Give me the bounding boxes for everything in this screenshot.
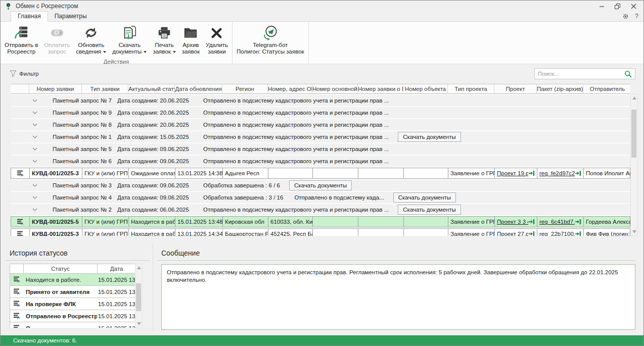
chevron-down-icon[interactable] [32, 184, 39, 187]
telegram-icon [261, 24, 279, 42]
scrollbar-thumb[interactable] [136, 283, 141, 311]
table-row-detail[interactable]: КУВД-001/2025-3ГКУ и (или) ГРПНаходится … [11, 228, 630, 236]
chevron-down-icon[interactable] [32, 147, 39, 151]
scrollbar-thumb[interactable] [631, 110, 636, 158]
history-column-status[interactable]: Статус [23, 264, 97, 274]
table-row-group[interactable]: Пакетный запрос № 1Дата создания: 15.05.… [11, 131, 630, 142]
settings-gear-icon[interactable] [622, 13, 629, 20]
main-table-scrollbar[interactable] [630, 94, 637, 236]
search-icon[interactable] [624, 70, 632, 78]
history-row[interactable]: На проверке ФЛК15.01.2025 13:44:2 [10, 298, 142, 310]
cell-gku-number [358, 229, 403, 236]
cell-region: Кировская обл [222, 217, 268, 227]
pay-request-button: Оплатитьзапрос [41, 22, 73, 57]
history-scrollbar[interactable] [135, 264, 142, 328]
table-row-detail[interactable]: КУВД-001/2025-3ГКУ и (или) ГРПОжидание о… [11, 168, 630, 179]
download-documents-row-button[interactable]: Скачать документы [398, 132, 461, 142]
tab-glavnaya[interactable]: Главная [11, 11, 48, 22]
filter-label: Фильтр [19, 71, 39, 77]
table-row-group[interactable]: Пакетный запрос № 4Дата создания: 09.06.… [11, 192, 630, 203]
link-export-icon[interactable] [575, 219, 581, 225]
chevron-down-icon[interactable] [32, 111, 39, 114]
project-link[interactable]: Проект 19.prf [497, 168, 528, 178]
print-requests-button[interactable]: Печатьзаявок [150, 22, 178, 57]
filter-toggle[interactable]: Фильтр [10, 70, 39, 77]
tab-parametry[interactable]: Параметры [48, 12, 94, 21]
scroll-up-icon[interactable] [137, 266, 141, 269]
column-header[interactable]: Пакет (zip-архив) [536, 84, 583, 93]
column-header[interactable]: Номер заявки о ГК [357, 84, 403, 93]
table-row-group[interactable]: Пакетный запрос № 9Дата создания: 20.06.… [11, 107, 630, 118]
chevron-down-icon[interactable] [32, 123, 39, 126]
column-header[interactable]: Номер, адрес ОН [267, 84, 312, 93]
link-export-icon[interactable] [528, 231, 535, 236]
column-header[interactable]: Проект [494, 84, 536, 93]
link-export-icon[interactable] [575, 231, 581, 236]
column-header[interactable]: Номер основной за [312, 84, 357, 93]
history-column-date[interactable]: Дата [97, 264, 135, 274]
column-header[interactable]: Номер объекта [403, 84, 447, 93]
scroll-down-icon[interactable] [632, 230, 636, 233]
minimize-button[interactable] [599, 4, 605, 9]
link-export-icon[interactable] [528, 219, 535, 225]
column-header[interactable]: Актуальный статус [128, 84, 174, 93]
scroll-down-icon[interactable] [137, 322, 141, 325]
chevron-down-icon[interactable] [32, 135, 39, 138]
cell-gku-number [358, 217, 403, 227]
group-status: Обработка завершена : 3 / 16 [203, 194, 283, 201]
table-row-group[interactable]: Пакетный запрос № 5Дата создания: 09.06.… [11, 143, 630, 155]
restore-button[interactable] [615, 4, 621, 9]
link-export-icon[interactable] [528, 170, 535, 176]
project-link[interactable]: Проект 3 3 о... [497, 217, 528, 227]
history-row[interactable]: О15.01.2025 13:44: [10, 322, 142, 328]
close-button[interactable] [631, 4, 636, 9]
link-export-icon[interactable] [575, 170, 581, 176]
ribbon-groups: Отправить вРосреестрОплатитьзапросОбнови… [1, 22, 309, 64]
list-sync-icon [13, 312, 21, 320]
chevron-down-icon[interactable] [32, 99, 39, 102]
download-doc-icon [122, 24, 137, 42]
refresh-info-button[interactable]: Обновитьсведения [73, 22, 109, 57]
table-row-group[interactable]: Пакетный запрос № 2Дата создания: 06.06.… [11, 204, 630, 215]
delete-requests-button[interactable]: Удалитьзаявки [203, 22, 231, 57]
project-link[interactable]: Проект 27.prf [497, 229, 528, 236]
history-date: 15.01.2025 13:44: [97, 325, 135, 328]
send-to-rosreestr-button[interactable]: Отправить вРосреестр [2, 22, 41, 57]
column-header[interactable]: Регион [222, 84, 267, 93]
scroll-up-icon[interactable] [632, 96, 636, 100]
help-button[interactable]: ? [635, 13, 638, 20]
chevron-down-icon[interactable] [32, 196, 39, 199]
download-documents-button[interactable]: Скачатьдокументы [109, 22, 150, 57]
table-row-detail[interactable]: КУВД-001/2025-5ГКУ и (или) ГРПНаходится … [11, 216, 630, 227]
column-header[interactable]: Отправитель [583, 84, 631, 93]
search-box [534, 68, 635, 79]
table-row-group[interactable]: Пакетный запрос № 7Дата создания: 20.06.… [11, 95, 630, 106]
column-header[interactable]: Номер заявки [29, 84, 81, 93]
archive-requests-button[interactable]: Архивзаявок [179, 22, 203, 57]
table-row-group[interactable]: Пакетный запрос № 3Дата создания: 09.06.… [11, 180, 630, 191]
history-row[interactable]: Отправлено в Росреестр15.01.2025 13:44:1 [10, 310, 142, 322]
history-status: На проверке ФЛК [23, 301, 97, 307]
chevron-down-icon[interactable] [32, 208, 39, 211]
table-row-group[interactable]: Пакетный запрос № 8Дата создания: 20.06.… [11, 119, 630, 130]
group-name: Пакетный запрос № 6 [53, 158, 117, 164]
table-row-group[interactable]: Пакетный запрос № 6Дата создания: 09.06.… [11, 156, 630, 167]
package-link[interactable]: req_fe2d97c2... [539, 168, 575, 178]
search-input[interactable] [538, 71, 624, 77]
download-documents-row-button[interactable]: Скачать документы [398, 205, 461, 215]
history-row[interactable]: Принято от заявителя15.01.2025 13:44:2 [10, 286, 142, 298]
column-header[interactable]: Тип заявки [81, 84, 128, 93]
chevron-down-icon[interactable] [32, 160, 39, 163]
cell-gku-number [358, 168, 403, 178]
column-header[interactable]: Тип проекта [447, 84, 494, 93]
history-row[interactable]: Находится в работе.15.01.2025 13:48:2 [10, 274, 142, 286]
package-link[interactable]: req_6c41bd7... [539, 217, 575, 227]
cell-project-type: Заявление о ГРП [448, 168, 494, 178]
download-documents-row-button[interactable]: Скачать документы [393, 192, 456, 203]
telegram-bot-button[interactable]: Telegram-ботПолигон: Статусы заявок [234, 22, 307, 57]
column-header[interactable]: Дата обновления [174, 84, 222, 93]
message-text: Отправлено в подсистему кадастрового уче… [161, 264, 635, 330]
package-link[interactable]: req_22b7100... [539, 229, 575, 236]
download-documents-row-button[interactable]: Скачать документы [289, 180, 352, 190]
group-status: Отправлено в подсистему кадастрового уче… [203, 122, 389, 128]
